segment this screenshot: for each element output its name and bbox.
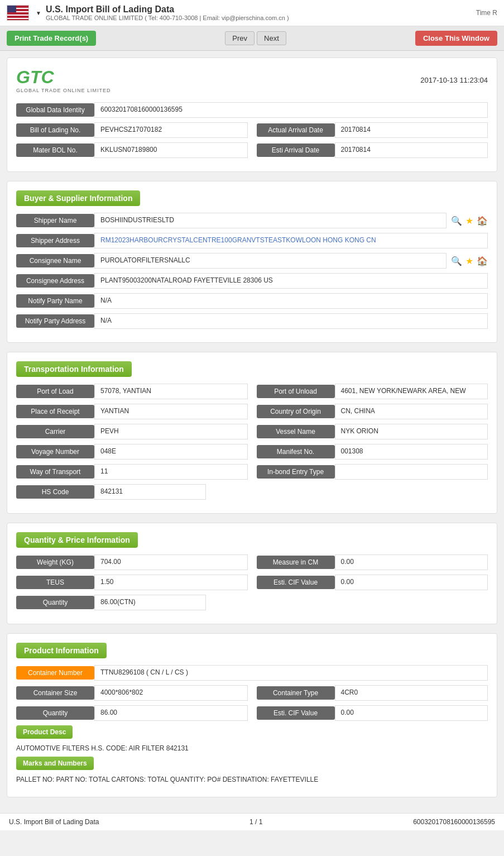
hs-code-value: 842131 [94, 484, 206, 500]
actual-arrival-col: Actual Arrival Date 20170814 [257, 122, 488, 138]
quantity-qp-label: Quantity [16, 596, 94, 609]
footer-doc-type: U.S. Import Bill of Lading Data [9, 818, 99, 826]
consignee-address-label: Consignee Address [16, 274, 94, 288]
receipt-origin-row: Place of Receipt YANTIAN Country of Orig… [16, 404, 488, 419]
container-number-label: Container Number [16, 666, 94, 680]
vessel-name-label: Vessel Name [257, 425, 335, 438]
global-data-identity-label: Global Data Identity [16, 103, 94, 117]
manifest-no-label: Manifest No. [257, 445, 335, 458]
measure-value: 0.00 [335, 554, 488, 570]
carrier-label: Carrier [16, 425, 94, 438]
flag-dropdown-icon[interactable]: ▼ [36, 10, 41, 16]
consignee-home-icon[interactable]: 🏠 [477, 256, 488, 266]
consignee-star-icon[interactable]: ★ [465, 256, 473, 266]
quantity-qp-row: Quantity 86.00(CTN) [16, 595, 488, 610]
way-of-transport-value: 11 [94, 464, 248, 480]
shipper-icons: 🔍 ★ 🏠 [451, 216, 488, 226]
transportation-card: Transportation Information Port of Load … [7, 352, 497, 514]
identity-card: GTC GLOBAL TRADE ONLINE LIMITED 2017-10-… [7, 58, 497, 172]
quantity-qp-value: 86.00(CTN) [94, 595, 206, 610]
port-of-unload-label: Port of Unload [257, 385, 335, 398]
transport-inbond-row: Way of Transport 11 In-bond Entry Type [16, 464, 488, 480]
teus-value: 1.50 [94, 575, 248, 590]
buyer-supplier-card: Buyer & Supplier Information Shipper Nam… [7, 181, 497, 343]
way-transport-col: Way of Transport 11 [16, 464, 248, 480]
consignee-search-icon[interactable]: 🔍 [451, 256, 462, 266]
esti-cif-pi-value: 0.00 [335, 705, 488, 721]
transportation-header: Transportation Information [16, 361, 132, 377]
shipper-name-value: BOSHIINDUSTRIESLTD [94, 213, 447, 228]
app-subtitle: GLOBAL TRADE ONLINE LIMITED ( Tel: 400-7… [46, 15, 289, 21]
toolbar-left: Print Trade Record(s) [7, 31, 96, 46]
actual-arrival-label: Actual Arrival Date [257, 123, 335, 137]
consignee-name-label: Consignee Name [16, 254, 94, 267]
teus-col: TEUS 1.50 [16, 575, 248, 590]
shipper-name-row: Shipper Name BOSHIINDUSTRIESLTD 🔍 ★ 🏠 [16, 213, 488, 228]
page-footer: U.S. Import Bill of Lading Data 1 / 1 60… [0, 813, 504, 830]
global-data-identity-row: Global Data Identity 6003201708160000136… [16, 102, 488, 118]
bill-of-lading-value: PEVHCSZ17070182 [94, 122, 248, 138]
mater-esti-row: Mater BOL No. KKLUSN07189800 Esti Arriva… [16, 142, 488, 158]
country-of-origin-label: Country of Origin [257, 405, 335, 418]
shipper-home-icon[interactable]: 🏠 [477, 216, 488, 226]
marks-numbers-button[interactable]: Marks and Numbers [16, 757, 94, 770]
esti-cif-pi-label: Esti. CIF Value [257, 706, 335, 720]
us-flag-icon [7, 5, 29, 21]
notify-party-address-row: Notify Party Address N/A [16, 313, 488, 329]
port-of-load-value: 57078, YANTIAN [94, 384, 248, 399]
quantity-cif-pi-row: Quantity 86.00 Esti. CIF Value 0.00 [16, 705, 488, 721]
weight-value: 704.00 [94, 554, 248, 570]
shipper-search-icon[interactable]: 🔍 [451, 216, 462, 226]
buyer-supplier-header: Buyer & Supplier Information [16, 190, 140, 206]
shipper-star-icon[interactable]: ★ [465, 216, 473, 226]
weight-col: Weight (KG) 704.00 [16, 554, 248, 570]
consignee-icons: 🔍 ★ 🏠 [451, 256, 488, 266]
inbond-entry-type-label: In-bond Entry Type [257, 465, 335, 479]
product-desc-text: AUTOMOTIVE FILTERS H.S. CODE: AIR FILTER… [16, 742, 488, 757]
main-content: GTC GLOBAL TRADE ONLINE LIMITED 2017-10-… [0, 51, 504, 813]
hs-code-label: HS Code [16, 485, 94, 499]
prev-button[interactable]: Prev [225, 31, 255, 45]
logo-icon: GTC [16, 67, 54, 88]
place-receipt-col: Place of Receipt YANTIAN [16, 404, 248, 419]
next-button[interactable]: Next [257, 31, 286, 45]
product-desc-button[interactable]: Product Desc [16, 725, 73, 739]
container-type-label: Container Type [257, 686, 335, 700]
country-origin-col: Country of Origin CN, CHINA [257, 404, 488, 419]
marks-numbers-section: Marks and Numbers PALLET NO: PART NO: TO… [16, 757, 488, 788]
marks-numbers-text: PALLET NO: PART NO: TOTAL CARTONS: TOTAL… [16, 773, 488, 788]
mater-bol-label: Mater BOL No. [16, 144, 94, 157]
footer-doc-id: 6003201708160000136595 [413, 818, 495, 826]
container-type-col: Container Type 4CR0 [257, 685, 488, 701]
port-load-col: Port of Load 57078, YANTIAN [16, 384, 248, 399]
app-header: ▼ U.S. Import Bill of Lading Data GLOBAL… [0, 0, 504, 26]
app-title: U.S. Import Bill of Lading Data [46, 4, 289, 15]
container-size-value: 4000*806*802 [94, 685, 248, 701]
esti-cif-qp-col: Esti. CIF Value 0.00 [257, 575, 488, 590]
measure-label: Measure in CM [257, 556, 335, 569]
header-left: ▼ U.S. Import Bill of Lading Data GLOBAL… [7, 4, 289, 21]
weight-label: Weight (KG) [16, 556, 94, 569]
logo-area: GTC GLOBAL TRADE ONLINE LIMITED [16, 67, 111, 93]
teus-label: TEUS [16, 576, 94, 589]
print-button[interactable]: Print Trade Record(s) [7, 31, 96, 46]
voyage-manifest-row: Voyage Number 048E Manifest No. 001308 [16, 444, 488, 460]
consignee-name-value: PUROLATORFILTERSNALLC [94, 253, 447, 269]
port-of-unload-value: 4601, NEW YORK/NEWARK AREA, NEW [335, 384, 488, 399]
container-size-col: Container Size 4000*806*802 [16, 685, 248, 701]
quantity-pi-value: 86.00 [94, 705, 248, 721]
vessel-name-value: NYK ORION [335, 424, 488, 439]
product-info-card: Product Information Container Number TTN… [7, 633, 497, 797]
quantity-price-card: Quantity & Price Information Weight (KG)… [7, 523, 497, 624]
esti-cif-pi-col: Esti. CIF Value 0.00 [257, 705, 488, 721]
port-of-load-label: Port of Load [16, 385, 94, 398]
notify-party-address-label: Notify Party Address [16, 314, 94, 328]
shipper-address-label: Shipper Address [16, 234, 94, 247]
toolbar: Print Trade Record(s) Prev Next Close Th… [0, 26, 504, 51]
bill-col: Bill of Lading No. PEVHCSZ17070182 [16, 122, 248, 138]
shipper-address-row: Shipper Address RM12023HARBOURCRYSTALCEN… [16, 233, 488, 248]
container-number-row: Container Number TTNU8296108 ( CN / L / … [16, 665, 488, 681]
close-button[interactable]: Close This Window [415, 31, 497, 46]
global-data-identity-value: 6003201708160000136595 [94, 102, 488, 118]
container-type-value: 4CR0 [335, 685, 488, 701]
